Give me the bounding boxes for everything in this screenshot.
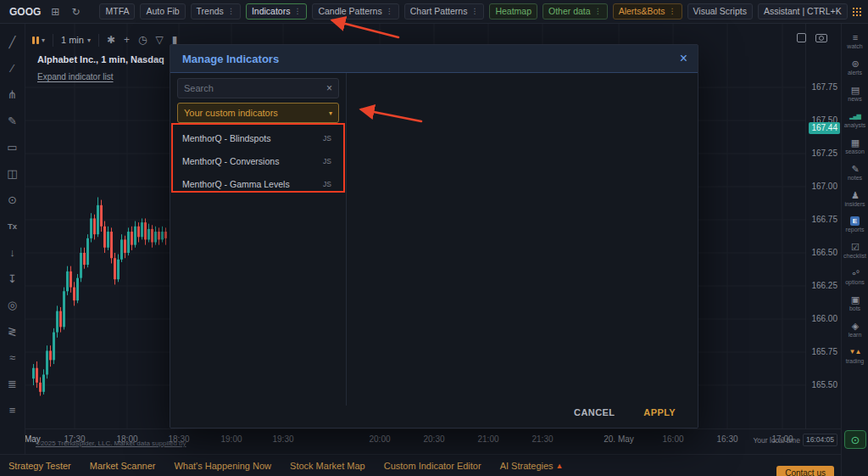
manage-indicators-modal: Manage Indicators × × Your custom indica…: [170, 44, 698, 428]
eraser-icon[interactable]: ▽: [156, 34, 164, 46]
indicator-name: MenthorQ - Conversions: [182, 156, 279, 166]
topbar-button-trends[interactable]: Trends⋮: [191, 3, 241, 20]
topbar-button-mtfa[interactable]: MTFA: [99, 3, 135, 20]
topbar-button-indicators[interactable]: Indicators⋮: [246, 3, 308, 20]
search-input[interactable]: [184, 83, 323, 93]
toolbar-divider: [53, 34, 53, 47]
sidebar-item-alerts[interactable]: ⊚alerts: [848, 59, 862, 76]
crosshair-icon[interactable]: +: [124, 34, 130, 46]
copyright-link[interactable]: ©2025 TrendSpider, LLC. Market data supp…: [36, 440, 186, 447]
bottom-link-strategy-tester[interactable]: Strategy Tester: [8, 461, 71, 471]
sidebar-item-reports[interactable]: Ereports: [846, 216, 865, 232]
trend-line-tool[interactable]: ╱: [0, 34, 25, 49]
indicator-list-item[interactable]: MenthorQ - Gamma LevelsJS: [177, 172, 339, 195]
more-options-icon[interactable]: ⋮: [594, 7, 602, 16]
topbar-button-label: Heatmap: [495, 6, 531, 17]
bottom-link-market-scanner[interactable]: Market Scanner: [90, 461, 156, 471]
list-tool[interactable]: ≡: [0, 402, 25, 417]
pause-icon: [32, 36, 39, 44]
brush-tool[interactable]: ✎: [0, 113, 25, 128]
modal-title: Manage Indicators: [182, 53, 279, 65]
sidebar-item-insiders[interactable]: ♟insiders: [844, 190, 865, 207]
more-options-icon[interactable]: ⋮: [470, 7, 478, 16]
sidebar-item-bots[interactable]: ▣bots: [849, 294, 860, 311]
sidebar-item-options[interactable]: ∘°options: [845, 268, 865, 285]
price-axis[interactable]: 167.75167.50167.25167.00166.75166.50166.…: [805, 24, 841, 428]
indicator-category-dropdown[interactable]: Your custom indicators ▾: [177, 103, 339, 123]
sidebar-item-checklist[interactable]: ☑checklist: [843, 242, 866, 259]
topbar-button-candle-patterns[interactable]: Candle Patterns⋮: [312, 3, 398, 20]
sidebar-item-news[interactable]: ▤news: [848, 85, 861, 102]
topbar-button-heatmap[interactable]: Heatmap: [489, 3, 537, 20]
topbar-buttons: MTFAAuto FibTrends⋮Indicators⋮Candle Pat…: [99, 3, 847, 20]
fib-retracement-tool[interactable]: ∕: [0, 60, 25, 76]
sidebar-item-label: analysts: [844, 122, 866, 128]
wave-tool[interactable]: ≈: [0, 350, 25, 365]
more-options-icon[interactable]: ⋮: [669, 7, 676, 16]
sidebar-item-label: bots: [849, 305, 860, 311]
topbar-button-label: Auto Fib: [146, 6, 179, 17]
arrow-marker-tool[interactable]: ↧: [0, 271, 25, 286]
sidebar-item-notes[interactable]: ✎notes: [848, 164, 862, 181]
topbar-button-alerts-bots[interactable]: Alerts&Bots⋮: [613, 3, 682, 20]
fire-icon: ▲: [556, 462, 564, 470]
topbar-button-label: Other data: [548, 6, 591, 17]
topbar-button-other-data[interactable]: Other data⋮: [542, 3, 608, 20]
sidebar-item-label: learn: [849, 332, 862, 338]
camera-icon[interactable]: [815, 34, 827, 42]
sidebar-item-analysts[interactable]: ▂▄▆analysts: [844, 111, 866, 128]
sidebar-item-learn[interactable]: ◈learn: [849, 321, 862, 338]
pitchfork-tool[interactable]: ⋔: [0, 87, 25, 102]
time-axis-label: 21:30: [531, 434, 553, 444]
symbol-input[interactable]: GOOG: [5, 6, 45, 18]
interval-dropdown[interactable]: 1 min ▾: [61, 35, 91, 45]
shapes-tool[interactable]: ◫: [0, 165, 25, 181]
reports-icon: E: [850, 216, 860, 226]
clear-search-icon[interactable]: ×: [326, 83, 332, 93]
pattern-tool[interactable]: ≷: [0, 323, 25, 339]
topbar-button-auto-fib[interactable]: Auto Fib: [140, 3, 185, 20]
bottom-link-stock-market-map[interactable]: Stock Market Map: [290, 461, 365, 471]
apply-button[interactable]: APPLY: [643, 407, 676, 417]
sidebar-item-watch[interactable]: ≡watch: [847, 32, 862, 49]
checklist-icon: ☑: [851, 242, 859, 252]
cancel-button[interactable]: CANCEL: [574, 407, 615, 417]
visibility-eye-button[interactable]: ⊙: [844, 430, 866, 449]
price-axis-label: 166.25: [811, 281, 837, 290]
more-options-icon[interactable]: ⋮: [227, 7, 235, 16]
replay-pause-button[interactable]: ▾: [32, 36, 45, 44]
more-options-icon[interactable]: ⋮: [386, 7, 393, 16]
time-axis-label: 21:00: [477, 434, 498, 444]
fullscreen-icon[interactable]: [797, 33, 806, 42]
refresh-icon[interactable]: ↻: [70, 7, 81, 17]
circle-tool[interactable]: ⊙: [0, 192, 25, 207]
chevron-down-icon: ▾: [329, 109, 332, 117]
sidebar-item-season[interactable]: ▦season: [845, 137, 865, 154]
settings-gear-icon[interactable]: ✱: [107, 34, 115, 46]
compare-icon[interactable]: ⊞: [49, 7, 61, 17]
sidebar-item-trading[interactable]: ▼▲trading: [846, 347, 864, 364]
clock-icon[interactable]: ◷: [138, 34, 147, 46]
bottom-link-what-s-happening-now[interactable]: What's Happening Now: [174, 461, 271, 471]
more-options-icon[interactable]: ⋮: [293, 7, 301, 16]
contact-us-button[interactable]: Contact us: [776, 466, 834, 476]
local-time-value[interactable]: 16:04:05: [803, 434, 837, 446]
price-axis-label: 167.00: [811, 182, 837, 191]
eye-icon: ⊙: [851, 434, 860, 446]
topbar-button-assistant-ctrl-k[interactable]: Assistant | CTRL+K: [758, 3, 848, 20]
arrow-tool[interactable]: ↓: [0, 244, 25, 260]
apps-grid-icon[interactable]: [852, 7, 861, 16]
options-icon: ∘°: [851, 268, 859, 278]
watchlist-edit-tool[interactable]: ≣: [0, 376, 25, 391]
topbar-button-chart-patterns[interactable]: Chart Patterns⋮: [404, 3, 485, 20]
indicator-list-item[interactable]: MenthorQ - BlindspotsJS: [177, 126, 339, 149]
bottom-link-ai-strategies[interactable]: AI Strategies▲: [500, 461, 564, 471]
pin-tool[interactable]: ◎: [0, 297, 25, 312]
text-tool[interactable]: Tx: [0, 218, 25, 233]
expand-indicator-list-link[interactable]: Expand indicator list: [37, 72, 114, 81]
indicator-list-item[interactable]: MenthorQ - ConversionsJS: [177, 149, 339, 172]
close-icon[interactable]: ×: [680, 52, 687, 65]
topbar-button-visual-scripts[interactable]: Visual Scripts: [687, 3, 753, 20]
rectangle-tool[interactable]: ▭: [0, 139, 25, 154]
bottom-link-custom-indicator-editor[interactable]: Custom Indicator Editor: [384, 461, 481, 471]
